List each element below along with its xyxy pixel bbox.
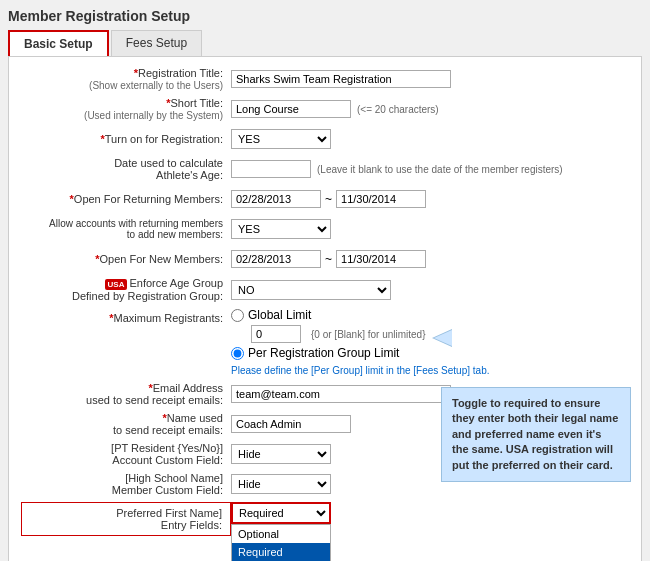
enforce-age-label: USAEnforce Age GroupDefined by Registrat… — [21, 277, 231, 302]
preferred-first-select[interactable]: Required — [231, 502, 331, 524]
dropdown-required[interactable]: Required — [232, 543, 330, 561]
pt-resident-label: [PT Resident {Yes/No}]Account Custom Fie… — [21, 442, 231, 466]
short-title-input[interactable] — [231, 100, 351, 118]
preferred-first-dropdown-container: Required Optional Required — [231, 502, 331, 524]
athlete-age-row: Date used to calculateAthlete's Age: (Le… — [21, 157, 629, 181]
registration-title-label: *Registration Title: (Show externally to… — [21, 67, 231, 91]
name-label: *Name usedto send receipt emails: — [21, 412, 231, 436]
global-limit-row: Global Limit — [231, 308, 489, 322]
page-title: Member Registration Setup — [8, 8, 642, 24]
tab-fees-setup[interactable]: Fees Setup — [111, 30, 202, 56]
allow-accounts-label: Allow accounts with returning membersto … — [21, 218, 231, 240]
short-title-label: *Short Title: (Used internally by the Sy… — [21, 97, 231, 121]
tabs-row: Basic Setup Fees Setup — [8, 30, 642, 57]
open-new-row: *Open For New Members: ~ — [21, 247, 629, 271]
global-limit-label: Global Limit — [248, 308, 311, 322]
allow-accounts-select[interactable]: YES NO — [231, 219, 331, 239]
email-input[interactable] — [231, 385, 451, 403]
high-school-select[interactable]: Hide Optional Required — [231, 474, 331, 494]
high-school-label: [High School Name]Member Custom Field: — [21, 472, 231, 496]
short-title-char-hint: (<= 20 characters) — [357, 104, 439, 115]
turn-on-label: *Turn on for Registration: — [21, 133, 231, 145]
tooltip-box: Toggle to required to ensure they enter … — [441, 387, 631, 482]
pt-resident-select[interactable]: Hide Optional Required — [231, 444, 331, 464]
preferred-first-dropdown-menu: Optional Required — [231, 524, 331, 561]
open-new-label: *Open For New Members: — [21, 253, 231, 265]
enforce-age-row: USAEnforce Age GroupDefined by Registrat… — [21, 277, 629, 302]
max-registrants-row: *Maximum Registrants: Global Limit {0 or… — [21, 308, 629, 376]
tooltip-text: Toggle to required to ensure they enter … — [452, 397, 618, 471]
registration-title-row: *Registration Title: (Show externally to… — [21, 67, 629, 91]
global-limit-radio[interactable] — [231, 309, 244, 322]
athlete-age-hint: (Leave it blank to use the date of the m… — [317, 164, 563, 175]
per-group-note: Please define the [Per Group] limit in t… — [231, 365, 489, 376]
open-new-from-input[interactable] — [231, 250, 321, 268]
turn-on-select[interactable]: YES NO — [231, 129, 331, 149]
usa-badge: USA — [105, 279, 128, 290]
dropdown-optional[interactable]: Optional — [232, 525, 330, 543]
max-registrants-label: *Maximum Registrants: — [21, 308, 231, 324]
athlete-age-input[interactable] — [231, 160, 311, 178]
global-limit-hint: {0 or [Blank] for unlimited} — [311, 329, 426, 340]
form-panel: *Registration Title: (Show externally to… — [8, 57, 642, 561]
preferred-first-label: Preferred First Name]Entry Fields: — [21, 502, 231, 536]
open-returning-to-input[interactable] — [336, 190, 426, 208]
per-group-row: Per Registration Group Limit — [231, 346, 489, 360]
registration-title-input[interactable] — [231, 70, 451, 88]
tab-basic-setup[interactable]: Basic Setup — [8, 30, 109, 56]
open-returning-label: *Open For Returning Members: — [21, 193, 231, 205]
tooltip-arrow — [434, 330, 452, 346]
per-group-label: Per Registration Group Limit — [248, 346, 399, 360]
global-limit-input[interactable] — [251, 325, 301, 343]
allow-accounts-row: Allow accounts with returning membersto … — [21, 217, 629, 241]
name-input[interactable] — [231, 415, 351, 433]
open-new-to-input[interactable] — [336, 250, 426, 268]
turn-on-row: *Turn on for Registration: YES NO — [21, 127, 629, 151]
short-title-row: *Short Title: (Used internally by the Sy… — [21, 97, 629, 121]
page-container: Member Registration Setup Basic Setup Fe… — [0, 0, 650, 561]
athlete-age-label: Date used to calculateAthlete's Age: — [21, 157, 231, 181]
open-returning-from-input[interactable] — [231, 190, 321, 208]
open-returning-row: *Open For Returning Members: ~ — [21, 187, 629, 211]
preferred-first-row: Preferred First Name]Entry Fields: Requi… — [21, 502, 629, 536]
enforce-age-select[interactable]: NO YES — [231, 280, 391, 300]
per-group-radio[interactable] — [231, 347, 244, 360]
email-label: *Email Addressused to send receipt email… — [21, 382, 231, 406]
